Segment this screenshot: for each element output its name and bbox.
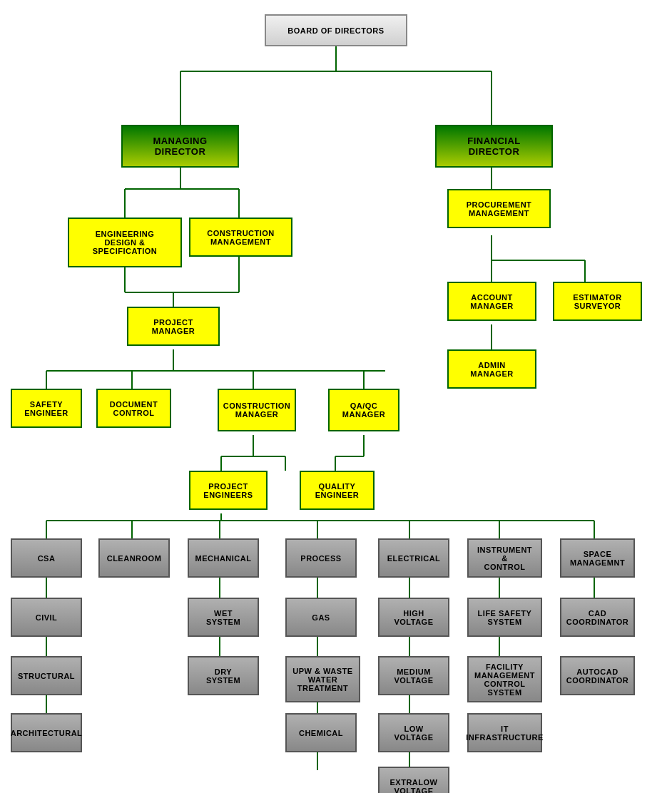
construction-mgr-label: CONSTRUCTION MANAGER	[223, 401, 291, 419]
admin-mgr-node: ADMIN MANAGER	[447, 349, 536, 389]
civil-node: CIVIL	[11, 598, 82, 637]
safety-label: SAFETY ENGINEER	[24, 400, 68, 417]
project-mgr-node: PROJECT MANAGER	[127, 307, 220, 346]
medium-voltage-label: MEDIUM VOLTAGE	[394, 667, 433, 685]
extralow-voltage-node: EXTRALOW VOLTAGE	[378, 767, 449, 793]
managing-label: MANAGING DIRECTOR	[153, 135, 207, 157]
facility-mgmt-node: FACILITY MANAGEMENT CONTROL SYSTEM	[467, 656, 542, 702]
dry-system-label: DRY SYSTEM	[206, 667, 240, 685]
procurement-node: PROCUREMENT MANAGEMENT	[447, 189, 551, 228]
cleanroom-label: CLEANROOM	[107, 554, 162, 563]
construction-mgmt-node: CONSTRUCTION MANAGEMENT	[189, 218, 292, 257]
wet-system-label: WET SYSTEM	[206, 609, 240, 626]
space-mgmt-node: SPACE MANAGEMNT	[560, 538, 635, 578]
org-chart: BOARD OF DIRECTORS MANAGING DIRECTOR FIN…	[0, 0, 672, 29]
life-safety-node: LIFE SAFETY SYSTEM	[467, 598, 542, 637]
cad-coord-label: CAD COORDINATOR	[566, 609, 629, 626]
construction-mgmt-label: CONSTRUCTION MANAGEMENT	[207, 229, 275, 246]
qaqc-label: QA/QC MANAGER	[342, 401, 385, 419]
it-infra-label: IT INFRASTRUCTURE	[466, 725, 543, 742]
board-node: BOARD OF DIRECTORS	[265, 14, 407, 46]
gas-node: GAS	[285, 598, 357, 637]
eng-design-label: ENGINEERING DESIGN & SPECIFICATION	[93, 230, 158, 255]
life-safety-label: LIFE SAFETY SYSTEM	[478, 609, 532, 626]
autocad-coord-label: AUTOCAD COORDINATOR	[566, 667, 629, 685]
project-mgr-label: PROJECT MANAGER	[152, 318, 195, 335]
instrument-node: INSTRUMENT & CONTROL	[467, 538, 542, 578]
architectural-label: ARCHITECTURAL	[11, 729, 83, 737]
chemical-label: CHEMICAL	[299, 729, 343, 737]
low-voltage-node: LOW VOLTAGE	[378, 713, 449, 752]
upw-waste-node: UPW & WASTE WATER TREATMENT	[285, 656, 360, 702]
high-voltage-node: HIGH VOLTAGE	[378, 598, 449, 637]
admin-mgr-label: ADMIN MANAGER	[470, 361, 513, 378]
board-label: BOARD OF DIRECTORS	[287, 26, 384, 35]
process-node: PROCESS	[285, 538, 357, 578]
space-mgmt-label: SPACE MANAGEMNT	[570, 550, 625, 567]
quality-eng-node: QUALITY ENGINEER	[300, 471, 375, 510]
process-label: PROCESS	[300, 554, 341, 563]
managing-director-node: MANAGING DIRECTOR	[121, 125, 239, 168]
csa-node: CSA	[11, 538, 82, 578]
dry-system-node: DRY SYSTEM	[188, 656, 259, 695]
it-infra-node: IT INFRASTRUCTURE	[467, 713, 542, 752]
facility-mgmt-label: FACILITY MANAGEMENT CONTROL SYSTEM	[474, 662, 535, 697]
autocad-coord-node: AUTOCAD COORDINATOR	[560, 656, 635, 695]
csa-label: CSA	[38, 554, 56, 563]
estimator-node: ESTIMATOR SURVEYOR	[553, 282, 642, 321]
extralow-voltage-label: EXTRALOW VOLTAGE	[390, 778, 438, 794]
instrument-label: INSTRUMENT & CONTROL	[474, 546, 535, 571]
gas-label: GAS	[312, 613, 330, 622]
architectural-node: ARCHITECTURAL	[11, 713, 82, 752]
quality-eng-label: QUALITY ENGINEER	[315, 482, 359, 499]
civil-label: CIVIL	[36, 613, 58, 622]
mechanical-node: MECHANICAL	[188, 538, 259, 578]
financial-label: FINANCIAL DIRECTOR	[467, 135, 521, 157]
structural-node: STRUCTURAL	[11, 656, 82, 695]
high-voltage-label: HIGH VOLTAGE	[394, 609, 433, 626]
eng-design-node: ENGINEERING DESIGN & SPECIFICATION	[68, 218, 182, 267]
doc-control-node: DOCUMENT CONTROL	[96, 389, 171, 428]
electrical-node: ELECTRICAL	[378, 538, 449, 578]
construction-mgr-node: CONSTRUCTION MANAGER	[218, 389, 296, 431]
account-mgr-node: ACCOUNT MANAGER	[447, 282, 536, 321]
wet-system-node: WET SYSTEM	[188, 598, 259, 637]
proj-engineers-node: PROJECT ENGINEERS	[189, 471, 268, 510]
cleanroom-node: CLEANROOM	[98, 538, 170, 578]
safety-node: SAFETY ENGINEER	[11, 389, 82, 428]
low-voltage-label: LOW VOLTAGE	[394, 725, 433, 742]
mechanical-label: MECHANICAL	[195, 554, 252, 563]
qaqc-node: QA/QC MANAGER	[328, 389, 399, 431]
procurement-label: PROCUREMENT MANAGEMENT	[467, 200, 532, 218]
financial-director-node: FINANCIAL DIRECTOR	[435, 125, 553, 168]
doc-control-label: DOCUMENT CONTROL	[110, 400, 158, 417]
account-mgr-label: ACCOUNT MANAGER	[470, 293, 513, 310]
medium-voltage-node: MEDIUM VOLTAGE	[378, 656, 449, 695]
chemical-node: CHEMICAL	[285, 713, 357, 752]
proj-engineers-label: PROJECT ENGINEERS	[203, 482, 253, 499]
cad-coord-node: CAD COORDINATOR	[560, 598, 635, 637]
electrical-label: ELECTRICAL	[387, 554, 441, 563]
structural-label: STRUCTURAL	[18, 672, 75, 680]
estimator-label: ESTIMATOR SURVEYOR	[573, 293, 621, 310]
upw-waste-label: UPW & WASTE WATER TREATMENT	[292, 667, 352, 692]
